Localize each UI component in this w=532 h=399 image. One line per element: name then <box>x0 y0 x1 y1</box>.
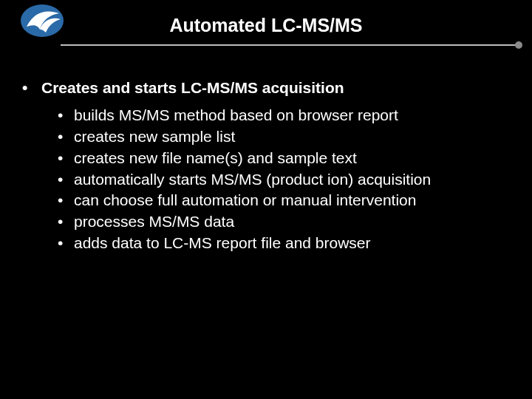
list-item: • creates new sample list <box>58 127 510 147</box>
bullet-icon: • <box>58 149 74 168</box>
bullet-icon: • <box>58 233 74 253</box>
bullet-icon: • <box>58 106 74 126</box>
list-item: • automatically starts MS/MS (product io… <box>58 170 510 190</box>
sub-bullet-list: • builds MS/MS method based on browser r… <box>58 106 510 253</box>
sub-bullet-text: can choose full automation or manual int… <box>74 191 416 211</box>
sub-bullet-text: creates new sample list <box>74 127 235 147</box>
header-rule <box>61 44 517 46</box>
header-rule-dot-icon <box>515 41 522 49</box>
slide-title: Automated LC-MS/MS <box>0 15 532 36</box>
top-bullet-text: Creates and starts LC-MS/MS acquisition <box>41 78 344 98</box>
bullet-icon: • <box>58 191 74 211</box>
sub-bullet-text: creates new file name(s) and sample text <box>74 149 357 168</box>
list-item: • processes MS/MS data <box>58 212 510 232</box>
list-item: • adds data to LC-MS report file and bro… <box>58 233 510 253</box>
slide-header: Automated LC-MS/MS <box>0 0 532 58</box>
list-item: • can choose full automation or manual i… <box>58 191 510 211</box>
sub-bullet-text: builds MS/MS method based on browser rep… <box>74 106 398 126</box>
list-item: • builds MS/MS method based on browser r… <box>58 106 510 126</box>
bullet-icon: • <box>58 212 74 232</box>
slide-body: • Creates and starts LC-MS/MS acquisitio… <box>0 58 532 253</box>
sub-bullet-text: processes MS/MS data <box>74 212 234 232</box>
bullet-icon: • <box>58 127 74 147</box>
sub-bullet-text: adds data to LC-MS report file and brows… <box>74 233 371 253</box>
top-bullet-item: • Creates and starts LC-MS/MS acquisitio… <box>22 78 510 98</box>
list-item: • creates new file name(s) and sample te… <box>58 149 510 168</box>
bullet-icon: • <box>58 170 74 190</box>
sub-bullet-text: automatically starts MS/MS (product ion)… <box>74 170 431 190</box>
bullet-icon: • <box>22 78 41 98</box>
